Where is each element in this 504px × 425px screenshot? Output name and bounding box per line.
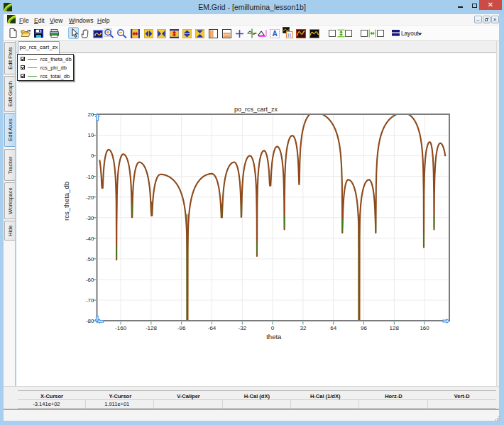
svg-text:0: 0 — [91, 153, 94, 159]
svg-text:32: 32 — [300, 325, 306, 331]
svg-text:-160: -160 — [115, 325, 127, 331]
svg-text:theta: theta — [266, 333, 282, 341]
svg-text:-64: -64 — [208, 325, 217, 331]
svg-text:-30: -30 — [86, 215, 94, 221]
svg-text:-40: -40 — [86, 236, 94, 242]
svg-text:160: 160 — [420, 325, 429, 331]
svg-text:96: 96 — [361, 325, 367, 331]
svg-text:-20: -20 — [86, 194, 94, 201]
svg-text:po_rcs_cart_zx: po_rcs_cart_zx — [234, 106, 278, 113]
svg-text:0: 0 — [271, 325, 275, 331]
svg-text:-80: -80 — [86, 318, 94, 324]
svg-text:-128: -128 — [146, 325, 158, 331]
svg-text:-96: -96 — [177, 325, 186, 331]
svg-text:-70: -70 — [86, 297, 94, 304]
svg-text:20: 20 — [88, 111, 94, 118]
svg-text:128: 128 — [390, 325, 400, 331]
svg-text:-10: -10 — [86, 174, 94, 180]
svg-text:-50: -50 — [86, 256, 94, 263]
svg-text:-60: -60 — [86, 277, 94, 283]
svg-text:10: 10 — [88, 132, 94, 138]
svg-text:rcs_theta_db: rcs_theta_db — [62, 182, 70, 221]
svg-text:64: 64 — [330, 325, 336, 331]
svg-text:-32: -32 — [239, 325, 247, 331]
